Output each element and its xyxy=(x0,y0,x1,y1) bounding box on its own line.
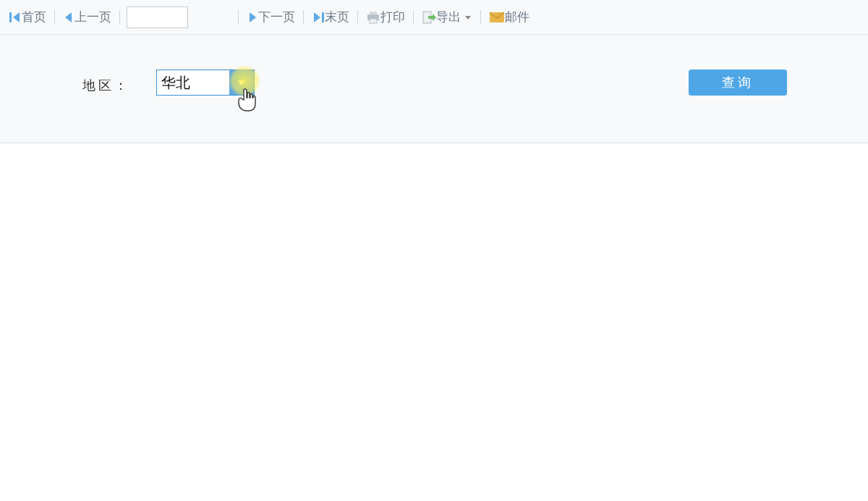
svg-marker-2 xyxy=(65,12,72,22)
divider xyxy=(54,10,55,25)
next-page-button[interactable]: 下一页 xyxy=(242,6,299,28)
svg-marker-13 xyxy=(238,80,245,85)
mail-button[interactable]: 邮件 xyxy=(485,6,534,28)
mail-label: 邮件 xyxy=(505,9,529,25)
divider xyxy=(303,10,304,25)
toolbar: 首页 上一页 下一页 末页 打印 xyxy=(0,0,868,35)
region-dropdown-trigger[interactable] xyxy=(229,70,254,95)
svg-marker-11 xyxy=(465,16,471,20)
region-input[interactable] xyxy=(157,70,229,95)
first-page-button[interactable]: 首页 xyxy=(4,6,51,28)
svg-marker-3 xyxy=(250,12,256,22)
mail-icon xyxy=(489,12,505,23)
first-page-label: 首页 xyxy=(22,9,46,25)
divider xyxy=(480,10,481,25)
svg-rect-8 xyxy=(370,19,377,23)
prev-page-icon xyxy=(63,11,75,24)
caret-down-icon xyxy=(464,13,472,22)
region-combo xyxy=(156,70,255,96)
divider xyxy=(357,10,358,25)
prev-page-label: 上一页 xyxy=(75,9,111,25)
last-page-button[interactable]: 末页 xyxy=(307,6,354,28)
svg-rect-6 xyxy=(370,12,377,14)
print-label: 打印 xyxy=(380,9,405,25)
next-page-label: 下一页 xyxy=(258,9,295,25)
last-page-icon xyxy=(312,11,325,24)
last-page-label: 末页 xyxy=(325,9,349,25)
svg-marker-4 xyxy=(314,12,320,22)
export-label: 导出 xyxy=(436,9,461,25)
export-button[interactable]: 导出 xyxy=(417,6,477,28)
divider xyxy=(413,10,414,25)
printer-icon xyxy=(366,10,380,25)
print-button[interactable]: 打印 xyxy=(362,6,409,28)
content-area xyxy=(0,143,868,501)
region-label: 地区： xyxy=(82,77,130,94)
prev-page-button[interactable]: 上一页 xyxy=(59,6,116,28)
first-page-icon xyxy=(9,11,22,24)
svg-rect-5 xyxy=(322,12,324,22)
filter-bar: 地区： 查询 xyxy=(0,35,868,143)
query-button[interactable]: 查询 xyxy=(689,70,787,96)
chevron-down-icon xyxy=(237,79,246,86)
svg-rect-0 xyxy=(9,12,12,22)
divider xyxy=(238,10,239,25)
next-page-icon xyxy=(247,11,258,24)
export-icon xyxy=(422,10,436,25)
divider xyxy=(119,10,120,25)
svg-marker-1 xyxy=(13,12,20,22)
page-number-input[interactable] xyxy=(127,7,188,28)
